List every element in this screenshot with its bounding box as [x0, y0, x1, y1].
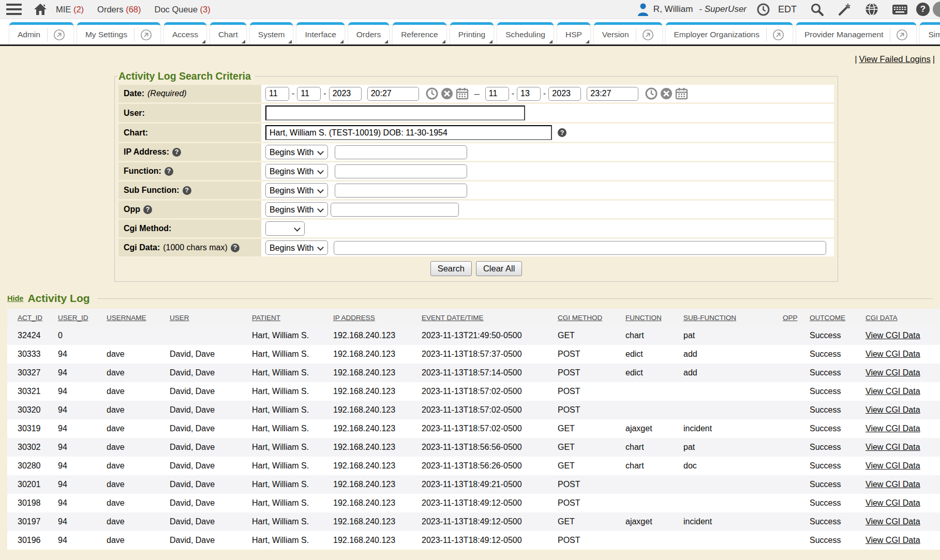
column-sort-link[interactable]: PATIENT [252, 314, 280, 322]
column-sort-link[interactable]: USER_ID [58, 314, 88, 322]
column-sort-link[interactable]: FUNCTION [625, 314, 662, 322]
module-tab[interactable]: Printing [450, 22, 494, 44]
search-icon[interactable] [810, 3, 824, 17]
column-sort-link[interactable]: EVENT DATE/TIME [422, 314, 484, 322]
view-cgi-data-link[interactable]: View CGI Data [866, 350, 920, 358]
sub-function-input[interactable] [335, 184, 467, 198]
keyboard-icon[interactable] [892, 4, 908, 16]
time-picker-icon[interactable] [426, 87, 438, 100]
hamburger-menu-icon[interactable] [6, 4, 22, 15]
module-tab[interactable]: Access [164, 22, 206, 44]
opp-help-icon[interactable]: ? [143, 205, 152, 214]
module-tab[interactable]: Chart [210, 22, 246, 44]
table-row: 30319 94 dave David, Dave Hart, William … [7, 419, 940, 438]
cell-act-id: 30280 [7, 457, 48, 475]
date-from-year-input[interactable] [329, 87, 362, 101]
view-cgi-data-link[interactable]: View CGI Data [866, 387, 920, 396]
column-sort-link[interactable]: USER [170, 314, 189, 322]
view-cgi-data-link[interactable]: View CGI Data [866, 331, 920, 340]
date-from-month-input[interactable] [265, 87, 289, 101]
clipped-edge-icon[interactable] [933, 2, 940, 17]
top-nav-item[interactable]: Doc Queue (3) [154, 5, 210, 14]
module-tab[interactable]: Orders [348, 22, 389, 44]
module-tab[interactable]: Scheduling [497, 22, 554, 44]
view-failed-logins-link[interactable]: View Failed Logins [859, 54, 931, 64]
cell-cgi-data: View CGI Data [855, 382, 940, 401]
opp-match-select[interactable]: Begins With [265, 202, 328, 217]
module-tab[interactable]: Provider Management [796, 22, 917, 44]
column-sort-link[interactable]: OPP [783, 314, 798, 322]
chart-help-icon[interactable]: ? [558, 128, 566, 137]
view-cgi-data-link[interactable]: View CGI Data [866, 424, 920, 433]
cgi-method-select[interactable] [265, 221, 305, 236]
search-button[interactable]: Search [430, 261, 472, 276]
time-picker-icon[interactable] [645, 87, 658, 100]
clear-date-icon[interactable] [660, 87, 673, 100]
view-cgi-data-link[interactable]: View CGI Data [866, 480, 920, 489]
function-input[interactable] [335, 164, 467, 178]
activity-log-table: ACT_IDUSER_IDUSERNAMEUSERPATIENTIP ADDRE… [7, 309, 940, 550]
time-from-input[interactable] [367, 87, 419, 101]
view-cgi-data-link[interactable]: View CGI Data [866, 517, 920, 526]
column-sort-link[interactable]: SUB-FUNCTION [683, 314, 736, 322]
column-sort-link[interactable]: OUTCOME [810, 314, 845, 322]
module-tab[interactable]: HSP [557, 22, 590, 44]
date-to-day-input[interactable] [517, 87, 541, 101]
view-cgi-data-link[interactable]: View CGI Data [866, 536, 920, 544]
date-from-day-input[interactable] [297, 87, 321, 101]
date-label: Date: [124, 89, 144, 98]
time-to-input[interactable] [587, 87, 638, 101]
cell-act-id: 30196 [7, 531, 48, 550]
module-tab[interactable]: Reference [393, 22, 446, 44]
ip-help-icon[interactable]: ? [172, 148, 181, 157]
user-menu[interactable]: R, William - SuperUser [637, 3, 747, 16]
view-cgi-data-link[interactable]: View CGI Data [866, 443, 920, 451]
clear-date-icon[interactable] [441, 87, 453, 100]
module-tab[interactable]: Similar Exposure [920, 22, 940, 44]
calendar-icon[interactable] [675, 87, 688, 100]
view-cgi-data-link[interactable]: View CGI Data [866, 368, 920, 377]
module-tab[interactable]: Version [594, 22, 662, 44]
cell-patient: Hart, William S. [242, 419, 323, 438]
opp-input[interactable] [331, 203, 459, 217]
function-match-select[interactable]: Begins With [265, 164, 328, 178]
function-help-icon[interactable]: ? [165, 167, 173, 176]
top-nav-item[interactable]: Orders (68) [97, 5, 141, 14]
top-nav-item[interactable]: MIE (2) [56, 5, 84, 14]
sub-function-help-icon[interactable]: ? [183, 186, 191, 195]
calendar-icon[interactable] [456, 87, 469, 100]
module-tab[interactable]: Interface [296, 22, 344, 44]
view-cgi-data-link[interactable]: View CGI Data [866, 461, 920, 470]
module-tab[interactable]: Admin [9, 22, 73, 44]
hide-link[interactable]: Hide [7, 294, 23, 302]
view-cgi-data-link[interactable]: View CGI Data [866, 405, 920, 414]
view-cgi-data-link[interactable]: View CGI Data [866, 498, 920, 507]
column-sort-link[interactable]: USERNAME [107, 314, 146, 322]
cell-user-id: 94 [48, 401, 96, 419]
column-sort-link[interactable]: CGI DATA [866, 314, 898, 322]
column-sort-link[interactable]: ACT_ID [18, 314, 42, 322]
module-tab[interactable]: System [250, 22, 293, 44]
ip-match-select[interactable]: Begins With [265, 145, 328, 159]
home-icon[interactable] [33, 3, 48, 16]
date-to-year-input[interactable] [548, 87, 581, 101]
magic-wand-icon[interactable] [838, 3, 852, 17]
cgi-data-match-select[interactable]: Begins With [265, 240, 328, 255]
module-tab[interactable]: My Settings [77, 22, 160, 44]
table-row: 30201 94 dave David, Dave Hart, William … [7, 475, 940, 494]
cgi-data-help-icon[interactable]: ? [231, 244, 240, 252]
column-sort-link[interactable]: IP ADDRESS [333, 314, 375, 322]
globe-icon[interactable] [865, 3, 878, 16]
module-tab[interactable]: Employer Organizations [666, 22, 793, 44]
clock-icon[interactable] [757, 3, 770, 16]
cell-datetime: 2023-11-13T18:49:12-0500 [411, 512, 547, 531]
help-icon[interactable]: ? [916, 3, 930, 16]
column-sort-link[interactable]: CGI METHOD [558, 314, 602, 322]
clear-all-button[interactable]: Clear All [476, 261, 522, 276]
cgi-data-input[interactable] [334, 241, 826, 255]
date-to-month-input[interactable] [485, 87, 509, 101]
ip-input[interactable] [335, 145, 467, 159]
sub-function-match-select[interactable]: Begins With [265, 183, 328, 198]
chart-input[interactable] [265, 125, 552, 140]
user-input[interactable] [265, 105, 525, 120]
